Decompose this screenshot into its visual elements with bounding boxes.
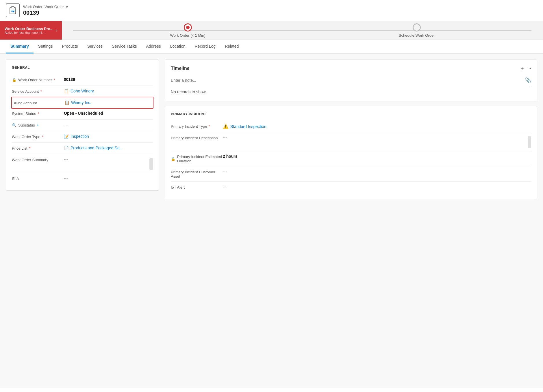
svg-rect-1 (11, 7, 14, 8)
incident-section-title: PRIMARY INCIDENT (171, 112, 531, 116)
timeline-title: Timeline (171, 66, 190, 71)
field-incident-duration: 🔒 Primary Incident Estimated Duration 2 … (171, 151, 531, 166)
step-circle-2 (413, 23, 421, 31)
field-label-billing-account: Billing Account (12, 100, 64, 105)
nav-tab-summary[interactable]: Summary (6, 40, 34, 53)
nav-tab-related[interactable]: Related (220, 40, 243, 53)
process-bar: Work Order Business Pro... Active for le… (0, 21, 543, 40)
right-panel: Timeline + ··· 📎 No records to show. PRI… (165, 60, 537, 382)
field-incident-description: Primary Incident Description --- (171, 132, 531, 151)
general-card: GENERAL 🔒 Work Order Number * 00139 Serv… (6, 60, 159, 191)
stage-chevron: ‹ (56, 28, 57, 33)
timeline-add-button[interactable]: + (520, 66, 524, 71)
nav-tab-record-log[interactable]: Record Log (190, 40, 220, 53)
work-order-type-icon: 📝 (64, 134, 69, 139)
general-section-title: GENERAL (12, 66, 153, 70)
field-value-sla[interactable]: --- (64, 176, 153, 181)
field-value-incident-type[interactable]: ⚠️ Standard Inspection (223, 124, 531, 129)
field-value-iot-alert[interactable]: --- (223, 185, 531, 189)
field-iot-alert: IoT Alert --- (171, 182, 531, 193)
header-subtitle: Work Order: Work Order ∨ (23, 5, 68, 9)
timeline-more-button[interactable]: ··· (527, 66, 531, 71)
stage-text: Work Order Business Pro... Active for le… (5, 27, 53, 34)
step-label-1: Work Order (< 1 Min) (170, 33, 205, 38)
nav-tab-services[interactable]: Services (83, 40, 108, 53)
field-label-work-order-number: 🔒 Work Order Number * (12, 77, 64, 82)
timeline-input-row: 📎 (171, 75, 531, 86)
field-label-system-status: System Status * (12, 111, 64, 116)
field-service-account: Service Account * 📋 Coho Winery (12, 86, 153, 97)
field-value-incident-description[interactable]: --- (223, 135, 525, 140)
step-label-2: Schedule Work Order (399, 33, 435, 38)
stage-sub: Active for less than one mi... (5, 31, 53, 34)
field-label-incident-asset: Primary Incident Customer Asset (171, 169, 223, 179)
process-step-1[interactable]: Work Order (< 1 Min) (170, 23, 205, 38)
app-header: Work Order: Work Order ∨ 00139 (0, 0, 543, 21)
active-stage[interactable]: Work Order Business Pro... Active for le… (0, 21, 62, 40)
field-value-work-order-type[interactable]: 📝 Inspection (64, 134, 153, 139)
field-value-service-account[interactable]: 📋 Coho Winery (64, 89, 153, 93)
field-substatus: 🔍 Substatus + --- (12, 120, 153, 131)
price-list-icon: 📄 (64, 146, 69, 150)
step-circle-1 (184, 23, 192, 31)
timeline-card: Timeline + ··· 📎 No records to show. (165, 60, 537, 101)
field-work-order-type: Work Order Type * 📝 Inspection (12, 131, 153, 143)
header-title-group: Work Order: Work Order ∨ 00139 (23, 5, 68, 16)
process-step-2[interactable]: Schedule Work Order (399, 23, 435, 38)
field-value-billing-account[interactable]: 📋 Winery Inc. (64, 100, 152, 105)
nav-tab-address[interactable]: Address (141, 40, 165, 53)
field-label-work-order-summary: Work Order Summary (12, 157, 64, 162)
primary-incident-card: PRIMARY INCIDENT Primary Incident Type *… (165, 106, 537, 199)
nav-tab-products[interactable]: Products (57, 40, 82, 53)
timeline-header: Timeline + ··· (171, 66, 531, 71)
summary-scroll (149, 158, 153, 170)
main-content: GENERAL 🔒 Work Order Number * 00139 Serv… (0, 54, 543, 388)
field-label-incident-type: Primary Incident Type * (171, 124, 223, 129)
field-value-incident-asset[interactable]: --- (223, 169, 531, 174)
field-price-list: Price List * 📄 Products and Packaged Se.… (12, 143, 153, 154)
timeline-actions: + ··· (520, 66, 531, 71)
nav-tab-service-tasks[interactable]: Service Tasks (107, 40, 141, 53)
stage-name: Work Order Business Pro... (5, 27, 53, 31)
field-value-work-order-summary[interactable]: --- (64, 157, 147, 162)
service-account-icon: 📋 (64, 89, 69, 93)
field-value-substatus[interactable]: --- (64, 122, 153, 127)
left-panel: GENERAL 🔒 Work Order Number * 00139 Serv… (6, 60, 159, 382)
svg-rect-0 (10, 8, 16, 14)
field-label-service-account: Service Account * (12, 89, 64, 94)
field-label-incident-description: Primary Incident Description (171, 135, 223, 140)
field-label-work-order-type: Work Order Type * (12, 134, 64, 139)
field-billing-account: Billing Account 📋 Winery Inc. (11, 97, 153, 109)
field-label-incident-duration: 🔒 Primary Incident Estimated Duration (171, 154, 223, 163)
substatus-icon: 🔍 (12, 123, 16, 127)
field-value-system-status[interactable]: Open - Unscheduled (64, 111, 153, 116)
field-label-sla: SLA (12, 176, 64, 181)
field-sla: SLA --- (12, 173, 153, 185)
process-track: Work Order (< 1 Min) Schedule Work Order (62, 23, 543, 38)
nav-tab-location[interactable]: Location (166, 40, 190, 53)
field-incident-type: Primary Incident Type * ⚠️ Standard Insp… (171, 121, 531, 132)
nav-tabs: SummarySettingsProductsServicesService T… (0, 40, 543, 54)
field-value-work-order-number[interactable]: 00139 (64, 77, 153, 82)
field-work-order-summary: Work Order Summary --- (12, 154, 153, 173)
field-label-iot-alert: IoT Alert (171, 185, 223, 190)
header-main-title: 00139 (23, 10, 68, 16)
field-work-order-number: 🔒 Work Order Number * 00139 (12, 74, 153, 86)
field-label-substatus: 🔍 Substatus + (12, 122, 64, 127)
app-icon (6, 3, 20, 17)
timeline-note-input[interactable] (171, 78, 525, 83)
header-subtitle-text: Work Order: Work Order (23, 5, 64, 9)
description-scroll (528, 136, 531, 148)
timeline-empty-text: No records to show. (171, 88, 531, 95)
header-chevron[interactable]: ∨ (66, 5, 68, 9)
field-label-price-list: Price List * (12, 146, 64, 151)
billing-account-icon: 📋 (64, 100, 69, 105)
lock-icon-duration: 🔒 (171, 157, 175, 161)
nav-tab-settings[interactable]: Settings (34, 40, 58, 53)
clip-icon: 📎 (525, 77, 531, 83)
warning-icon: ⚠️ (223, 124, 229, 129)
field-system-status: System Status * Open - Unscheduled (12, 108, 153, 120)
field-value-price-list[interactable]: 📄 Products and Packaged Se... (64, 146, 153, 150)
field-incident-asset: Primary Incident Customer Asset --- (171, 166, 531, 182)
field-value-incident-duration[interactable]: 2 hours (223, 154, 531, 159)
